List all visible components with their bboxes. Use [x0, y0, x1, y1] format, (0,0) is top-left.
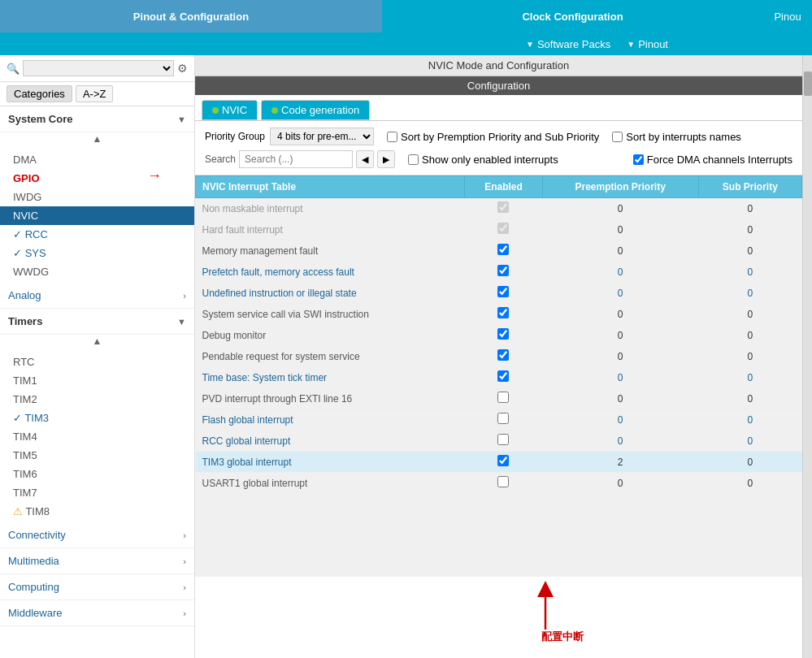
analog-section[interactable]: Analog ›: [0, 283, 194, 309]
enabled-cell[interactable]: [465, 409, 542, 431]
sort-up-arrow[interactable]: ▲: [93, 134, 102, 144]
nvic-table-container[interactable]: NVIC Interrupt Table Enabled Preemption …: [195, 175, 802, 577]
content-title: NVIC Mode and Configuration: [195, 55, 802, 76]
sidebar-item-tim5[interactable]: TIM5: [0, 446, 194, 465]
pinout-tab[interactable]: Pinou: [763, 0, 812, 32]
sub-priority-cell: 0: [698, 240, 801, 262]
sidebar-item-wwdg[interactable]: WWDG: [0, 262, 194, 281]
sub-priority-cell: 0: [698, 473, 801, 494]
sub-priority-cell: 0: [698, 325, 801, 346]
sub-priority-cell: 0: [698, 367, 801, 388]
table-row: Debug monitor: [196, 325, 465, 346]
table-row: PVD interrupt through EXTI line 16: [196, 388, 465, 409]
force-dma-check[interactable]: Force DMA channels Interrupts: [633, 154, 792, 166]
middleware-section[interactable]: Middleware ›: [0, 600, 194, 626]
sort-interrupts-check[interactable]: Sort by interrupts names: [612, 131, 741, 143]
table-row: RCC global interrupt: [196, 431, 465, 452]
enabled-cell[interactable]: [465, 325, 542, 346]
sub-priority-cell: 0: [698, 409, 801, 431]
preemption-cell: 0: [542, 240, 698, 262]
show-enabled-check[interactable]: Show only enabled interrupts: [408, 154, 558, 166]
enabled-cell[interactable]: [465, 431, 542, 452]
sub-header-left: [0, 32, 382, 55]
tab-categories[interactable]: Categories: [7, 85, 72, 102]
sidebar-item-iwdg[interactable]: IWDG: [0, 188, 194, 206]
search-label: Search: [205, 154, 236, 165]
enabled-cell[interactable]: [465, 304, 542, 325]
scrollbar-thumb[interactable]: [804, 71, 812, 96]
preemption-cell: 0: [542, 219, 698, 240]
sidebar-search-select[interactable]: [23, 60, 174, 76]
sidebar-item-tim8[interactable]: TIM8: [0, 502, 194, 521]
sidebar-item-dma[interactable]: DMA: [0, 150, 194, 169]
show-enabled-checkbox[interactable]: [408, 154, 419, 165]
enabled-cell[interactable]: [465, 346, 542, 367]
right-scrollbar[interactable]: [802, 55, 812, 658]
search-prev-button[interactable]: ◀: [356, 150, 374, 168]
search-input[interactable]: [239, 150, 353, 168]
enabled-cell[interactable]: [465, 388, 542, 409]
sub-priority-cell: 0: [698, 283, 801, 304]
sidebar-item-rtc[interactable]: RTC: [0, 353, 194, 371]
preemption-cell: 0: [542, 367, 698, 388]
sidebar-item-tim7[interactable]: TIM7: [0, 483, 194, 502]
nvic-interrupt-table: NVIC Interrupt Table Enabled Preemption …: [195, 175, 802, 494]
analog-chevron: ›: [183, 291, 186, 301]
multimedia-section[interactable]: Multimedia ›: [0, 548, 194, 574]
force-dma-checkbox[interactable]: [633, 154, 644, 165]
preemption-cell: 0: [542, 346, 698, 367]
sidebar-item-rcc[interactable]: RCC: [0, 225, 194, 244]
system-core-chevron: ▼: [177, 115, 186, 124]
enabled-cell[interactable]: [465, 452, 542, 473]
sidebar-item-gpio[interactable]: GPIO →: [0, 169, 194, 188]
nvic-dot: [212, 107, 219, 114]
sidebar-item-tim1[interactable]: TIM1: [0, 371, 194, 390]
sidebar-item-tim6[interactable]: TIM6: [0, 465, 194, 483]
enabled-cell[interactable]: [465, 219, 542, 240]
tab-az[interactable]: A->Z: [76, 85, 114, 102]
gear-icon[interactable]: ⚙: [177, 62, 188, 75]
annotation-text: 配置中断: [541, 630, 584, 644]
enabled-cell[interactable]: [465, 283, 542, 304]
enabled-cell[interactable]: [465, 198, 542, 219]
sub-priority-cell: 0: [698, 452, 801, 473]
sidebar-item-tim3[interactable]: TIM3: [0, 409, 194, 427]
timers-sort-up[interactable]: ▲: [93, 336, 102, 346]
clock-configuration-header[interactable]: Clock Configuration: [382, 0, 763, 32]
col-interrupt-name: NVIC Interrupt Table: [196, 176, 465, 198]
pinout-menu[interactable]: ▼ Pinout: [627, 38, 668, 50]
timers-chevron: ▼: [177, 317, 186, 327]
table-row: System service call via SWI instruction: [196, 304, 465, 325]
enabled-cell[interactable]: [465, 367, 542, 388]
table-row: Time base: System tick timer: [196, 367, 465, 388]
enabled-cell[interactable]: [465, 262, 542, 283]
sidebar-item-sys[interactable]: SYS: [0, 244, 194, 262]
preemption-cell: 0: [542, 388, 698, 409]
computing-section[interactable]: Computing ›: [0, 574, 194, 600]
sort-preemption-check[interactable]: Sort by Premption Priority and Sub Prior…: [387, 131, 599, 143]
table-row: Non maskable interrupt: [196, 198, 465, 219]
software-packs-menu[interactable]: ▼ Software Packs: [526, 38, 610, 50]
tab-nvic[interactable]: NVIC: [202, 100, 258, 120]
preemption-cell: 0: [542, 473, 698, 494]
sort-interrupts-checkbox[interactable]: [612, 132, 623, 142]
enabled-cell[interactable]: [465, 240, 542, 262]
enabled-cell[interactable]: [465, 473, 542, 494]
preemption-cell: 0: [542, 304, 698, 325]
system-core-section[interactable]: System Core ▼: [0, 106, 194, 132]
multimedia-chevron: ›: [183, 556, 186, 566]
sort-preemption-checkbox[interactable]: [387, 132, 397, 142]
sidebar-item-nvic[interactable]: NVIC: [0, 206, 194, 225]
sub-priority-cell: 0: [698, 198, 801, 219]
priority-group-select[interactable]: 4 bits for pre-em...: [270, 128, 374, 145]
timers-section[interactable]: Timers ▼: [0, 309, 194, 335]
tab-code-generation[interactable]: Code generation: [261, 100, 370, 120]
sidebar-item-tim2[interactable]: TIM2: [0, 390, 194, 409]
col-enabled: Enabled: [465, 176, 542, 198]
table-row: Pendable request for system service: [196, 346, 465, 367]
search-next-button[interactable]: ▶: [377, 150, 395, 168]
sidebar-item-tim4[interactable]: TIM4: [0, 427, 194, 446]
connectivity-section[interactable]: Connectivity ›: [0, 522, 194, 548]
sub-priority-cell: 0: [698, 262, 801, 283]
content-area: NVIC Mode and Configuration Configuratio…: [195, 55, 802, 658]
